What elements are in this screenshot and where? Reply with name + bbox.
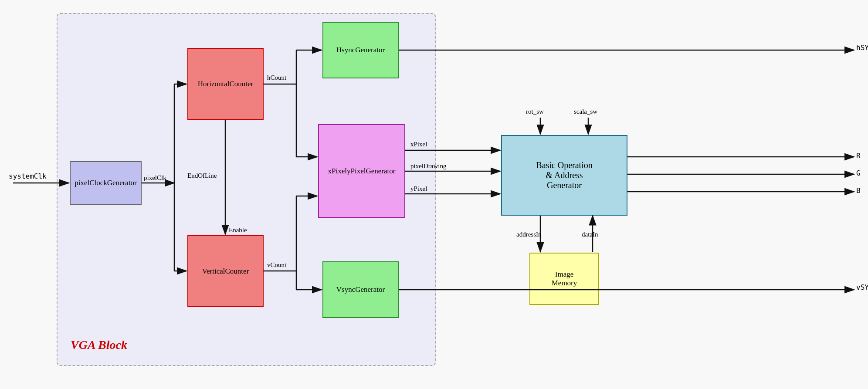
ypixel-label: yPixel — [410, 185, 427, 193]
xpixel-block: xPixelyPixelGenerator — [318, 124, 405, 218]
addressin-label: addressIn — [516, 231, 541, 238]
vsync-output-label: vSYNC — [856, 283, 868, 291]
hcount-label: hCount — [267, 74, 286, 81]
xpixel-label: xPixel — [410, 141, 427, 148]
pixelclk-label: pixelClk — [144, 174, 166, 182]
horizontal-counter-block: HorizontalCounter — [187, 48, 264, 120]
enable-label: Enable — [229, 227, 247, 234]
b-output-label: B — [856, 186, 861, 195]
vertical-counter-block: VerticalCounter — [187, 235, 264, 307]
hsync-output-label: hSYNC — [856, 44, 868, 52]
datain-label: dataIn — [582, 231, 598, 238]
scalasw-label: scala_sw — [574, 108, 597, 115]
pixel-clock-block: pixelClockGenerator — [70, 161, 142, 205]
r-output-label: R — [856, 152, 861, 160]
diagram-container: VGA Block pixelClockGenerator Horizontal… — [0, 0, 868, 389]
vcount-label: vCount — [267, 261, 286, 269]
systemclk-label: systemClk — [9, 172, 47, 180]
vsync-block: VsyncGenerator — [322, 261, 399, 318]
image-memory-block: Image Memory — [529, 253, 599, 305]
pixeldrawing-label: pixelDrawing — [410, 162, 446, 170]
endofline-label: EndOfLine — [187, 172, 217, 179]
vga-block-label: VGA Block — [71, 338, 127, 352]
rotsw-label: rot_sw — [526, 108, 544, 115]
basic-op-block: Basic Operation & Address Generator — [501, 135, 627, 216]
g-output-label: G — [856, 169, 861, 177]
hsync-block: HsyncGenerator — [322, 22, 399, 78]
